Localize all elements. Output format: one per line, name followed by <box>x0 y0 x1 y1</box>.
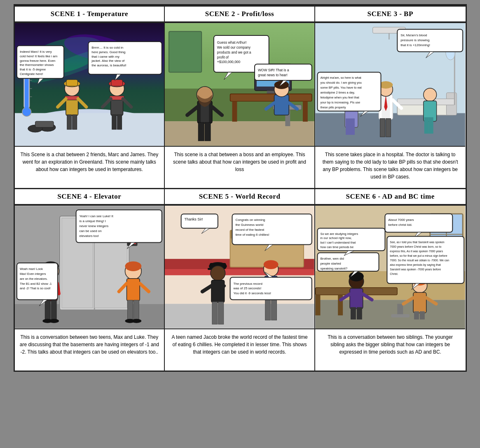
svg-text:that it is +120mmhg!: that it is +120mmhg! <box>400 43 430 47</box>
svg-text:7000 years before Christ was b: 7000 years before Christ was born, so to <box>390 245 441 249</box>
svg-rect-187 <box>265 298 271 320</box>
svg-text:Alright ma'am, so here is what: Alright ma'am, so here is what <box>320 76 361 80</box>
svg-point-108 <box>424 88 437 101</box>
svg-text:the Guinness world: the Guinness world <box>236 223 264 227</box>
svg-text:Congrats on winning: Congrats on winning <box>236 218 265 222</box>
svg-text:See, as i told you that Sanskr: See, as i told you that Sanskrit was spo… <box>390 241 444 244</box>
svg-rect-225 <box>413 293 426 313</box>
svg-rect-212 <box>315 295 320 316</box>
svg-point-143 <box>49 319 59 323</box>
scene6-description: This is a conversation between two sibli… <box>315 329 466 371</box>
svg-rect-141 <box>51 300 56 321</box>
svg-text:can be used on: can be used on <box>79 229 101 233</box>
scene6-image: Brother, wen did people started speaking… <box>315 206 466 329</box>
svg-text:Indeed Marc! It is very: Indeed Marc! It is very <box>19 50 52 54</box>
svg-rect-52 <box>165 121 314 145</box>
svg-text:also express time periods by s: also express time periods by saying that <box>390 263 440 267</box>
svg-text:how can time periods be: how can time periods be <box>320 245 354 249</box>
svg-text:that i came with my: that i came with my <box>91 55 119 59</box>
svg-text:jacket. Also the view of: jacket. Also the view of <box>91 59 125 63</box>
svg-text:amlodipine 2 times a day,: amlodipine 2 times a day, <box>320 91 355 94</box>
svg-text:About 7000 years: About 7000 years <box>388 218 414 222</box>
svg-rect-28 <box>112 115 116 129</box>
svg-text:before, so for that we put a m: before, so for that we put a minus sign … <box>390 254 447 258</box>
svg-rect-9 <box>24 76 28 109</box>
scene4-col: B1 <box>15 206 165 371</box>
svg-text:We sold our company: We sold our company <box>217 45 251 49</box>
svg-rect-140 <box>45 300 50 321</box>
svg-rect-106 <box>346 118 350 135</box>
scene5-image: Thanks Sir! Congrats on winning the Guin… <box>165 206 314 329</box>
comic-container: SCENE 1 - Temperature SCENE 2 - Profit/l… <box>14 4 467 372</box>
scene2-col: Guess what Arthur! We sold our company p… <box>165 23 315 188</box>
svg-text:speaking sanskrit?: speaking sanskrit? <box>320 267 347 270</box>
svg-text:products and we got a: products and we got a <box>217 50 251 54</box>
svg-text:and -2! That is so cool!: and -2! That is so cool! <box>19 286 50 290</box>
svg-text:WOW SIR! That is a: WOW SIR! That is a <box>258 68 289 72</box>
svg-text:Brother, wen did: Brother, wen did <box>320 257 344 260</box>
svg-text:time of eating 6 chillies!: time of eating 6 chillies! <box>236 233 269 237</box>
svg-text:you should do. I am giving you: you should do. I am giving you <box>320 81 361 84</box>
svg-rect-171 <box>165 269 314 275</box>
svg-text:elevators too!: elevators too! <box>79 234 98 238</box>
svg-text:Brrrrr.... It is so cold in: Brrrrr.... It is so cold in <box>91 46 123 49</box>
svg-rect-16 <box>66 80 77 86</box>
svg-rect-110 <box>424 117 429 134</box>
svg-text:are on the elevators.: are on the elevators. <box>19 277 47 281</box>
svg-text:+$100,000,000: +$100,000,000 <box>217 60 241 64</box>
svg-rect-150 <box>133 300 139 321</box>
svg-point-185 <box>264 260 279 269</box>
svg-rect-149 <box>127 300 133 321</box>
svg-text:The previous record: The previous record <box>234 282 262 286</box>
svg-rect-19 <box>67 115 71 129</box>
svg-text:here james. Good thing: here james. Good thing <box>91 50 125 54</box>
svg-rect-179 <box>211 280 225 303</box>
svg-rect-53 <box>169 31 201 72</box>
svg-text:Yeah! I can see Luke! It: Yeah! I can see Luke! It <box>79 214 113 218</box>
svg-text:profit of: profit of <box>217 55 229 59</box>
scene5-description: A teen named Jacob broke the world recor… <box>165 329 314 371</box>
svg-rect-183 <box>218 302 224 324</box>
svg-point-178 <box>211 266 225 281</box>
svg-rect-219 <box>351 307 356 319</box>
scene4-title: SCENE 4 - Elevator <box>15 189 165 204</box>
svg-text:record of the fastest: record of the fastest <box>236 228 265 232</box>
scene1-description: This Scene is a chat between 2 friends, … <box>15 147 164 188</box>
svg-text:was of 25 seconds!: was of 25 seconds! <box>233 286 262 290</box>
svg-text:people started: people started <box>320 262 341 265</box>
svg-text:Thanks Sir!: Thanks Sir! <box>185 217 203 221</box>
svg-rect-58 <box>232 101 237 122</box>
svg-text:some BP pills. You have to eat: some BP pills. You have to eat <box>320 86 362 89</box>
svg-text:The B1 and B2 show -1: The B1 and B2 show -1 <box>19 282 52 286</box>
svg-text:before christ kid.: before christ kid. <box>388 223 412 227</box>
svg-text:express this, As it was spoken: express this, As it was spoken 7000 year… <box>390 250 443 253</box>
svg-point-147 <box>125 261 141 271</box>
svg-rect-103 <box>386 118 391 137</box>
svg-rect-69 <box>274 95 289 115</box>
svg-text:is a unique thing! I: is a unique thing! I <box>79 219 105 223</box>
svg-rect-107 <box>350 118 355 135</box>
svg-text:great news to hear!: great news to hear! <box>258 73 288 77</box>
row1-images: Indeed Marc! It is very cold here! It fe… <box>15 22 466 188</box>
svg-text:cold here! It feels like i am: cold here! It feels like i am <box>19 54 57 58</box>
svg-text:pressure is showing: pressure is showing <box>400 38 429 42</box>
svg-rect-220 <box>357 307 362 319</box>
scene3-col: Sir, Ma'am's blood pressure is showing t… <box>315 23 466 188</box>
svg-text:Centigrate here!: Centigrate here! <box>19 72 43 76</box>
svg-text:Guess what Arthur!: Guess what Arthur! <box>217 40 247 45</box>
svg-text:the thermometer shows: the thermometer shows <box>19 63 54 67</box>
scene1-title: SCENE 1 - Temperature <box>15 7 165 21</box>
svg-text:Woah man! Look: Woah man! Look <box>19 267 42 271</box>
row1-titles: SCENE 1 - Temperature SCENE 2 - Profit/l… <box>15 5 466 22</box>
svg-rect-25 <box>111 80 122 86</box>
scene4-description: This is a conversation between two teens… <box>15 329 164 371</box>
svg-rect-182 <box>212 302 218 324</box>
svg-text:gonna freeze here. Even: gonna freeze here. Even <box>19 59 55 63</box>
svg-text:So we are studying integers: So we are studying integers <box>320 232 358 236</box>
svg-rect-102 <box>380 118 385 137</box>
scene2-description: This scene is a chat between a boss and … <box>165 147 314 188</box>
svg-rect-65 <box>198 122 204 141</box>
svg-rect-215 <box>391 314 410 317</box>
svg-rect-207 <box>315 300 465 328</box>
svg-rect-172 <box>165 304 314 328</box>
